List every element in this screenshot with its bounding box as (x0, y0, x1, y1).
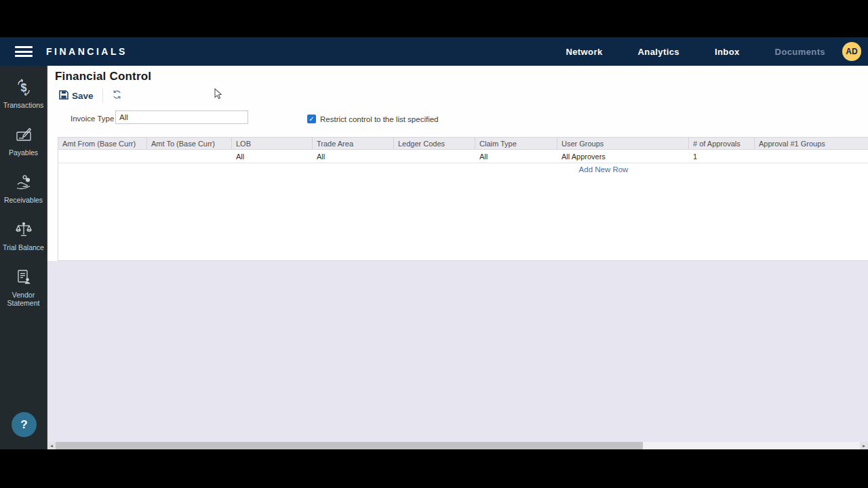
top-navbar: FINANCIALS Network Analytics Inbox Docum… (0, 37, 868, 66)
column-header: # of Approvals (689, 138, 755, 149)
transactions-icon: $ (15, 79, 33, 99)
column-header: Approval #1 Groups (755, 138, 868, 149)
financial-control-table: Amt From (Base Curr)Amt To (Base Curr)LO… (58, 137, 868, 261)
table-cell[interactable] (58, 150, 147, 163)
save-icon (59, 90, 68, 102)
content-background-lower (47, 261, 868, 442)
sidebar-item-payables[interactable]: Payables (0, 120, 47, 167)
payables-icon (15, 126, 33, 146)
column-header: Amt From (Base Curr) (58, 138, 147, 149)
table-cell[interactable]: All Approvers (557, 150, 689, 163)
column-header: User Groups (557, 138, 689, 149)
hamburger-menu-icon[interactable] (15, 46, 33, 57)
table-cell[interactable] (394, 150, 475, 163)
scrollbar-track[interactable] (643, 442, 860, 449)
save-button-label: Save (72, 91, 94, 101)
column-header: Ledger Codes (394, 138, 475, 149)
horizontal-scrollbar: ◄ ► (47, 442, 868, 449)
table-body: AllAllAllAll Approvers1 (58, 150, 868, 163)
restrict-checkbox[interactable]: ✓ (307, 115, 316, 123)
refresh-button[interactable] (112, 89, 122, 102)
table-cell[interactable] (147, 150, 232, 163)
sidebar-item-vendor-statement[interactable]: Vendor Statement (0, 262, 47, 310)
restrict-checkbox-label: Restrict control to the list specified (320, 115, 439, 123)
sidebar-item-receivables[interactable]: Receivables (0, 167, 47, 215)
receivables-icon (15, 174, 33, 194)
sidebar-item-trial-balance[interactable]: Trial Balance (0, 215, 47, 262)
sidebar: $ Transactions Payables (0, 66, 47, 449)
table-cell[interactable]: All (232, 150, 313, 163)
app-brand: FINANCIALS (46, 46, 127, 57)
navbar-links: Network Analytics Inbox Documents (566, 47, 825, 57)
main-content: Financial Control Save Invoice Type (47, 66, 868, 449)
sidebar-item-label: Transactions (3, 101, 44, 109)
vendor-statement-icon (15, 268, 33, 289)
column-header: Claim Type (475, 138, 557, 149)
sidebar-item-label: Receivables (4, 196, 43, 204)
table-cell[interactable]: 1 (689, 150, 755, 163)
sidebar-item-label: Trial Balance (3, 243, 44, 251)
sidebar-item-label: Payables (9, 148, 38, 157)
trial-balance-icon (15, 221, 33, 241)
invoice-type-label: Invoice Type (71, 115, 114, 123)
nav-item-inbox[interactable]: Inbox (715, 47, 740, 57)
table-cell[interactable] (755, 150, 868, 163)
column-header: Amt To (Base Curr) (147, 138, 232, 149)
page-title: Financial Control (55, 70, 151, 83)
refresh-icon (112, 89, 122, 102)
scrollbar-right-arrow-icon[interactable]: ► (860, 442, 868, 449)
toolbar: Save (59, 88, 122, 103)
add-row-container: Add New Row (58, 163, 868, 176)
add-new-row-link[interactable]: Add New Row (579, 165, 629, 174)
toolbar-separator (102, 88, 103, 103)
user-avatar[interactable]: AD (842, 42, 861, 61)
table-header-row: Amt From (Base Curr)Amt To (Base Curr)LO… (58, 138, 868, 150)
column-header: LOB (232, 138, 313, 149)
scrollbar-thumb[interactable] (56, 442, 643, 449)
table-cell[interactable]: All (475, 150, 557, 163)
table-cell[interactable]: All (313, 150, 394, 163)
svg-text:$: $ (20, 82, 26, 94)
nav-item-analytics[interactable]: Analytics (638, 47, 679, 57)
column-header: Trade Area (313, 138, 394, 149)
nav-item-network[interactable]: Network (566, 47, 602, 57)
help-button[interactable]: ? (12, 412, 37, 437)
table-row: AllAllAllAll Approvers1 (58, 150, 868, 163)
scrollbar-left-arrow-icon[interactable]: ◄ (47, 442, 56, 449)
invoice-type-input[interactable] (115, 110, 248, 124)
sidebar-item-label: Vendor Statement (0, 291, 47, 307)
nav-item-documents[interactable]: Documents (775, 47, 825, 57)
save-button[interactable]: Save (59, 90, 94, 102)
sidebar-item-transactions[interactable]: $ Transactions (0, 73, 47, 120)
